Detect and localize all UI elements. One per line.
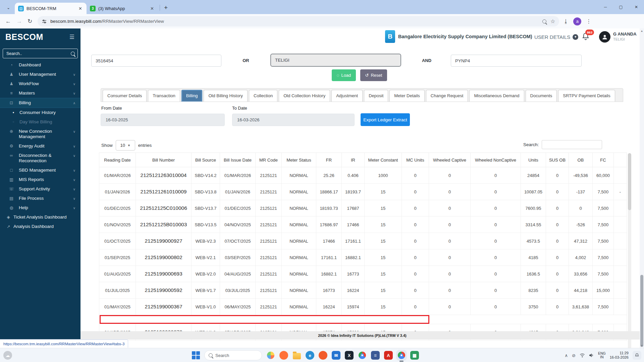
column-header: SUS OB <box>546 153 569 167</box>
edge-icon[interactable]: e <box>306 351 314 360</box>
tray-chevron-up-icon[interactable]: ∧ <box>565 353 568 358</box>
sidebar-item-workflow[interactable]: ♟WorkFlow∨ <box>0 79 80 88</box>
firefox-icon[interactable] <box>279 351 288 360</box>
notification-bell[interactable]: 863 <box>581 32 591 42</box>
page-scrollbar-thumb[interactable] <box>640 275 643 347</box>
cell: 7,500 <box>593 200 614 217</box>
minimize-icon[interactable]: ─ <box>598 0 613 14</box>
sidebar-search-input[interactable] <box>6 51 69 56</box>
notification-center-icon[interactable] <box>633 351 641 360</box>
cell: 4573.5 <box>521 233 546 249</box>
brave-icon[interactable] <box>319 351 327 360</box>
site-info-icon[interactable] <box>42 19 47 24</box>
chrome-active-icon[interactable] <box>397 351 406 360</box>
cell: 15 <box>365 217 402 233</box>
column-header: FR <box>316 153 342 167</box>
table-search-input[interactable] <box>542 140 602 149</box>
to-date-input[interactable]: 16-03-2026 <box>232 114 355 126</box>
do-not-disturb-icon[interactable]: ⊘ <box>572 353 576 358</box>
maximize-icon[interactable]: ▢ <box>613 0 629 14</box>
browser-profile-avatar[interactable]: a <box>573 17 581 25</box>
scroll-down-icon[interactable]: ▼ <box>640 343 644 348</box>
sidebar-search[interactable] <box>3 49 78 58</box>
widgets-weather-icon[interactable] <box>266 351 275 360</box>
volume-icon[interactable] <box>589 353 594 358</box>
forward-icon[interactable]: → <box>16 18 22 25</box>
adobe-pdf-icon[interactable]: A <box>384 351 393 360</box>
tab-consumer-details[interactable]: Consumer Details <box>103 90 147 102</box>
consumer-name-input[interactable] <box>270 54 401 67</box>
reload-icon[interactable]: ↻ <box>28 18 32 25</box>
table-scrollbar-thumb[interactable] <box>628 153 631 210</box>
page-scrollbar[interactable]: ▲ ▼ <box>640 28 644 348</box>
tab-deposit[interactable]: Deposit <box>364 90 388 102</box>
tab-miscellaneous-demand[interactable]: Miscellaneous Demand <box>469 90 524 102</box>
sidebar-item-billing[interactable]: ⊡Billing∧ <box>0 98 80 108</box>
sidebar-item-file-process[interactable]: ▤File Process∨ <box>0 194 80 203</box>
tab-close-icon[interactable]: ✕ <box>77 6 83 11</box>
clock[interactable]: 11:2916-03-2026 <box>610 351 629 360</box>
tab-srtpv-payment-details[interactable]: SRTPV Payment Details <box>558 90 615 102</box>
bookmark-star-icon[interactable]: ☆ <box>550 18 555 24</box>
code-input[interactable] <box>451 55 582 67</box>
hamburger-menu-icon[interactable]: ☰ <box>69 34 74 41</box>
tab-billing[interactable]: Billing <box>181 90 203 102</box>
browser-tab-bescom[interactable]: ◫ BESCOM-TRM ✕ <box>15 3 87 14</box>
tab-change-request[interactable]: Change Request <box>426 90 468 102</box>
user-avatar[interactable] <box>599 31 610 43</box>
tab-close-icon[interactable]: ✕ <box>149 6 155 11</box>
tab-documents[interactable]: Documents <box>526 90 557 102</box>
show-desktop-weather-icon[interactable]: ☁ <box>3 351 12 360</box>
sidebar-item-help[interactable]: ◍Help∨ <box>0 203 80 213</box>
file-explorer-icon[interactable] <box>292 351 301 360</box>
new-tab-button[interactable]: + <box>164 4 168 11</box>
reset-button[interactable]: ↺Reset <box>360 69 387 81</box>
sidebar-item-analysis-dashboard[interactable]: ↗Analysis Dashboard <box>0 222 80 231</box>
tab-transaction[interactable]: Transaction <box>148 90 180 102</box>
from-date-input[interactable]: 16-03-2025 <box>101 114 225 126</box>
scroll-up-icon[interactable]: ▲ <box>640 28 644 33</box>
x-app-icon[interactable]: X <box>345 351 354 360</box>
sidebar-item-masters[interactable]: ≡Masters∨ <box>0 88 80 98</box>
tab-collection[interactable]: Collection <box>249 90 277 102</box>
excel-icon[interactable]: ▦ <box>410 351 419 360</box>
language-indicator[interactable]: ENGIN <box>598 352 606 359</box>
sidebar-item-energy-audit[interactable]: ⚙Energy Audit∨ <box>0 141 80 151</box>
sidebar-item-disconnection-reconnection[interactable]: ∞Disconnection & Reconnection∨ <box>0 151 80 166</box>
back-icon[interactable]: ← <box>5 18 11 25</box>
sidebar-item-new-connection-management[interactable]: ⊕New Connection Management∨ <box>0 127 80 141</box>
sidebar-item-user-management[interactable]: ♟User Management∨ <box>0 70 80 79</box>
sidebar-item-support-activity[interactable]: ☏Support Activity∨ <box>0 184 80 194</box>
sidebar-item-mis-reports[interactable]: ▥MIS Reports∨ <box>0 175 80 184</box>
table-scrollbar[interactable] <box>628 153 631 362</box>
sidebar-item-sbd-management[interactable]: □SBD Management∨ <box>0 166 80 175</box>
menu-dots-icon[interactable]: ⋮ <box>586 18 591 24</box>
tab-adjustment[interactable]: Adjustment <box>331 90 363 102</box>
sidebar-item-consumer-history[interactable]: ●Consumer History <box>0 108 80 117</box>
sidebar-item-dashboard[interactable]: ◔Dashboard <box>0 60 80 70</box>
calculator-icon[interactable]: = <box>371 351 380 360</box>
outlook-icon[interactable]: ✉ <box>332 351 340 360</box>
load-button[interactable]: ◌Load <box>332 69 356 81</box>
page-size-select[interactable]: 10▼ <box>116 140 135 150</box>
cell: 0 <box>471 299 521 315</box>
user-details-menu[interactable]: USER DETAILS ▼ <box>534 28 578 45</box>
wifi-icon[interactable] <box>580 353 585 358</box>
taskbar-search[interactable]: Search <box>204 350 262 360</box>
cell: WEB-V2.1 <box>192 249 220 266</box>
rr-number-input[interactable] <box>91 55 221 67</box>
chrome-icon[interactable] <box>358 351 367 360</box>
download-icon[interactable]: ⭳ <box>563 18 569 24</box>
export-ledger-button[interactable]: Export Ledger Extract <box>361 113 410 126</box>
tab-meter-details[interactable]: Meter Details <box>389 90 425 102</box>
address-bar[interactable]: bescom.trm.ieasybill.com/RRMasterView/RR… <box>38 16 559 26</box>
tab-old-billing-history[interactable]: Old Billing History <box>204 90 248 102</box>
start-button[interactable] <box>192 351 200 359</box>
close-icon[interactable]: ✕ <box>629 0 644 14</box>
sidebar-item-ticket-analysis-dashboard[interactable]: ◈Ticket Analysis Dashboard <box>0 213 80 222</box>
tab-old-collection-history[interactable]: Old Collection History <box>279 90 330 102</box>
tab-search-chevron-icon[interactable]: ⌄ <box>4 3 13 12</box>
browser-tab-whatsapp[interactable]: 3 (3) WhatsApp ✕ <box>87 3 158 14</box>
sidebar-item-day-wise-billing[interactable]: ○Day Wise Billing <box>0 117 80 127</box>
zoom-icon[interactable] <box>542 19 546 23</box>
